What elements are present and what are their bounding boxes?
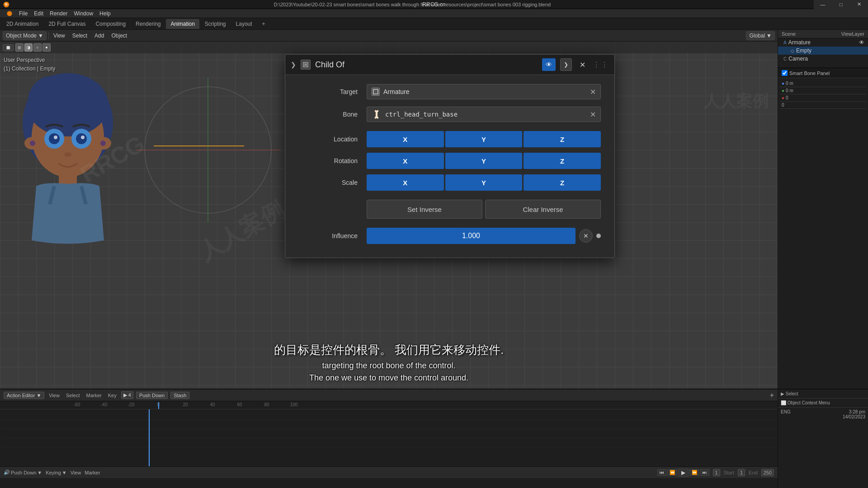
tab-rendering[interactable]: Rendering: [131, 19, 165, 29]
view-menu-bottom[interactable]: View: [71, 470, 81, 475]
timeline-row-3: [2, 429, 778, 438]
scale-y-button[interactable]: Y: [445, 174, 523, 191]
scale-z-button[interactable]: Z: [524, 174, 601, 191]
target-clear-button[interactable]: ✕: [590, 88, 596, 96]
timeline-row-1: [2, 411, 778, 420]
location-xyz-buttons: X Y Z: [367, 131, 601, 147]
visibility-icon[interactable]: 👁: [859, 39, 864, 46]
frame-num--20: -20: [118, 402, 145, 409]
chevron-down-icon: ▼: [36, 393, 41, 398]
play-button[interactable]: ▶: [678, 469, 689, 477]
frame-selector[interactable]: ▶ 4: [121, 391, 133, 399]
tab-2d-full-canvas[interactable]: 2D Full Canvas: [44, 19, 90, 29]
scale-xyz-buttons: X Y Z: [367, 174, 601, 191]
outliner-item-armature[interactable]: A Armature 👁: [778, 38, 868, 47]
location-z-button[interactable]: Z: [524, 131, 601, 147]
action-buttons-row: Set Inverse Clear Inverse: [299, 200, 601, 219]
rotation-x-button[interactable]: X: [367, 153, 444, 169]
rotation-y-button[interactable]: Y: [445, 153, 523, 169]
mode-selector[interactable]: Object Mode ▼: [3, 31, 47, 40]
smart-bone-panel-header: Smart Bone Panel: [778, 67, 868, 78]
bone-clear-button[interactable]: ✕: [590, 110, 596, 119]
set-inverse-button[interactable]: Set Inverse: [367, 200, 482, 219]
playback-selector[interactable]: 🔊 Push Down ▼: [4, 469, 42, 475]
bone-field[interactable]: 🦴 ctrl_head_turn_base ✕: [367, 107, 601, 122]
select-tool[interactable]: ⬜ Object Context Menu: [778, 399, 868, 408]
timeline-cursor: [149, 409, 150, 466]
menu-render[interactable]: Render: [47, 9, 70, 18]
workspace-tabs: 2D Animation 2D Full Canvas Compositing …: [0, 18, 868, 30]
location-y-button[interactable]: Y: [445, 131, 523, 147]
viewport-toolbar: 🔲 ◎ ◑ ○ ●: [0, 42, 778, 53]
camera-icon: C: [783, 56, 787, 61]
view-selector[interactable]: 🔲: [3, 44, 14, 51]
panel-collapse-chevron[interactable]: ❯: [291, 61, 296, 68]
timeline-marker-menu[interactable]: Marker: [85, 393, 104, 398]
tab-scripting[interactable]: Scripting: [200, 19, 231, 29]
tab-compositing[interactable]: Compositing: [91, 19, 130, 29]
tab-add[interactable]: +: [258, 19, 270, 29]
clear-inverse-button[interactable]: Clear Inverse: [485, 200, 601, 219]
current-frame-display[interactable]: 1: [713, 469, 720, 476]
start-frame[interactable]: 1: [738, 469, 745, 476]
outliner-item-camera[interactable]: C Camera: [778, 55, 868, 63]
menu-bar: File Edit Render Window Help: [0, 9, 868, 18]
minimize-button[interactable]: —: [814, 0, 832, 9]
editor-type-selector[interactable]: Action Editor ▼: [4, 392, 44, 399]
timeline-select-menu[interactable]: Select: [64, 393, 82, 398]
panel-eye-button[interactable]: 👁: [542, 58, 556, 71]
jump-end-button[interactable]: ⏭: [700, 469, 709, 476]
outliner-item-empty[interactable]: ◇ Empty: [778, 47, 868, 55]
influence-field[interactable]: 1.000: [367, 228, 576, 244]
maximize-button[interactable]: □: [832, 0, 850, 9]
toolbar-add[interactable]: Add: [92, 30, 107, 41]
tab-layout[interactable]: Layout: [231, 19, 257, 29]
timeline-content: -60 -40 -20 0 20 40 60 80 100: [0, 401, 778, 466]
panel-dropdown-button[interactable]: ❯: [560, 58, 572, 71]
properties-area: ● 0 m ● 0 m ● 0 0: [778, 78, 868, 111]
end-frame[interactable]: 250: [761, 469, 774, 476]
timeline-view-menu[interactable]: View: [47, 393, 61, 398]
tab-2d-animation[interactable]: 2D Animation: [2, 19, 43, 29]
stash-button[interactable]: Stash: [170, 392, 189, 399]
menu-window[interactable]: Window: [71, 9, 96, 18]
jump-start-button[interactable]: ⏮: [657, 469, 666, 476]
empty-label: Empty: [796, 47, 811, 54]
keying-selector[interactable]: Keying ▼: [46, 470, 67, 475]
timeline-row-4: [2, 438, 778, 447]
svg-point-2: [7, 11, 12, 16]
next-frame-button[interactable]: ⏩: [689, 469, 699, 476]
location-x-button[interactable]: X: [367, 131, 444, 147]
svg-point-13: [76, 133, 87, 144]
push-down-button[interactable]: Push Down: [136, 392, 168, 399]
toolbar-select[interactable]: Select: [70, 30, 90, 41]
scale-x-button[interactable]: X: [367, 174, 444, 191]
toolbar-view[interactable]: View: [51, 30, 68, 41]
viewport-shading[interactable]: ◎ ◑ ○ ●: [15, 43, 51, 52]
marker-menu-bottom[interactable]: Marker: [85, 470, 100, 475]
menu-help[interactable]: Help: [97, 9, 113, 18]
influence-clear-button[interactable]: ✕: [579, 229, 593, 243]
timeline-add-button[interactable]: +: [770, 391, 774, 399]
menu-file[interactable]: File: [16, 9, 30, 18]
properties-bottom-right: ▶ Select ⬜ Object Context Menu ENG 3:28 …: [778, 389, 868, 488]
timeline-rows: [0, 409, 778, 447]
menu-blender[interactable]: [4, 9, 15, 18]
rotation-label: Rotation: [299, 157, 358, 164]
close-button[interactable]: ✕: [850, 0, 868, 9]
toolbar-object[interactable]: Object: [108, 30, 130, 41]
separator: [48, 32, 49, 39]
smart-bone-checkbox[interactable]: [782, 70, 788, 76]
playback-controls: ⏮ ⏪ ▶ ⏩ ⏭: [657, 469, 709, 477]
menu-edit[interactable]: Edit: [31, 9, 46, 18]
chevron-down-icon: ▼: [766, 33, 772, 39]
panel-close-button[interactable]: ✕: [576, 58, 588, 71]
global-selector[interactable]: Global ▼: [746, 31, 775, 40]
timeline-key-menu[interactable]: Key: [106, 393, 118, 398]
tab-animation[interactable]: Animation: [166, 19, 199, 29]
prev-frame-button[interactable]: ⏪: [667, 469, 677, 476]
rotation-z-button[interactable]: Z: [524, 153, 601, 169]
target-field[interactable]: Armature ✕: [367, 84, 601, 99]
right-panel: Scene ViewLayer A Armature 👁 ◇ Empty C C…: [778, 30, 868, 389]
influence-value: 1.000: [462, 232, 480, 240]
